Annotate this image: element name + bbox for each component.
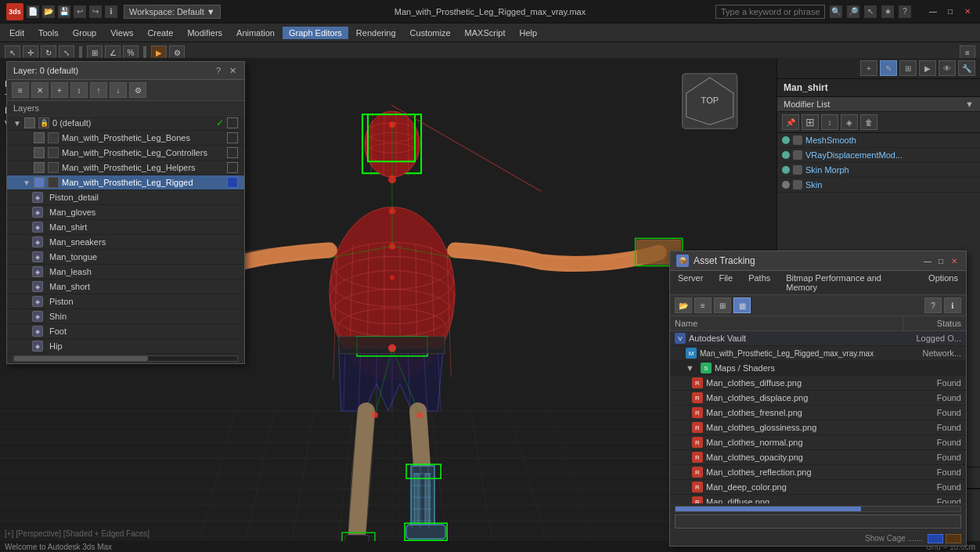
- layer-row-man-tongue[interactable]: ◈ Man_tongue: [7, 250, 244, 265]
- motion-tab-icon[interactable]: ▶: [919, 60, 936, 76]
- asset-tb-list-icon[interactable]: ≡: [694, 298, 712, 313]
- layer-tb-down-icon[interactable]: ↓: [110, 82, 127, 98]
- create-tab-icon[interactable]: +: [860, 60, 877, 76]
- layer-row-hip[interactable]: ◈ Hip: [7, 339, 244, 354]
- mod-eye-icon[interactable]: [793, 180, 802, 189]
- layer-row-man-sneakers[interactable]: ◈ Man_sneakers: [7, 235, 244, 250]
- menu-modifiers[interactable]: Modifiers: [181, 27, 229, 39]
- asset-row-clothes-glossiness[interactable]: R Man_clothes_glossiness.png Found: [670, 420, 966, 435]
- layer-lock-icon[interactable]: [48, 162, 59, 173]
- layer-row-man-short[interactable]: ◈ Man_short: [7, 280, 244, 294]
- close-btn[interactable]: ✕: [961, 6, 974, 17]
- menu-group[interactable]: Group: [67, 27, 103, 39]
- asset-tb-grid-icon[interactable]: ⊞: [714, 298, 731, 313]
- modifier-vray-displacement[interactable]: VRayDisplacementMod...: [777, 148, 980, 163]
- mod-eye-icon[interactable]: [793, 165, 802, 175]
- show-end-result[interactable]: ↕: [821, 114, 838, 130]
- mod-eye-icon[interactable]: [793, 150, 802, 160]
- help-search-icon[interactable]: 🔎: [847, 5, 859, 18]
- layer-row-default[interactable]: ▼ 🔒 0 (default) ✓: [7, 116, 244, 131]
- help-icon[interactable]: ?: [899, 5, 911, 18]
- asset-row-clothes-fresnel[interactable]: R Man_clothes_fresnel.png Found: [670, 406, 966, 420]
- make-unique[interactable]: ◈: [841, 114, 858, 130]
- config-icon[interactable]: ⊞: [802, 114, 819, 130]
- menu-help[interactable]: Help: [513, 27, 544, 39]
- layer-lock-icon[interactable]: [48, 132, 59, 143]
- layer-tb-delete-icon[interactable]: ✕: [31, 82, 49, 98]
- menu-maxscript[interactable]: MAXScript: [459, 27, 512, 39]
- layer-vis-icon[interactable]: [34, 177, 45, 188]
- menu-create[interactable]: Create: [141, 27, 179, 39]
- asset-row-clothes-opacity[interactable]: R Man_clothes_opacity.png Found: [670, 450, 966, 465]
- asset-row-clothes-diffuse[interactable]: R Man_clothes_diffuse.png Found: [670, 376, 966, 391]
- asset-minimize-btn[interactable]: —: [922, 255, 933, 266]
- save-btn[interactable]: 💾: [58, 5, 70, 18]
- asset-menu-paths[interactable]: Paths: [740, 271, 778, 294]
- info-btn[interactable]: ℹ: [105, 5, 117, 18]
- asset-menu-server[interactable]: Server: [670, 271, 711, 294]
- layer-vis-icon[interactable]: [34, 132, 45, 143]
- menu-edit[interactable]: Edit: [3, 27, 31, 39]
- layer-row-man-gloves[interactable]: ◈ Man_gloves: [7, 205, 244, 220]
- asset-panel-title-bar[interactable]: 📦 Asset Tracking — □ ✕: [670, 251, 966, 271]
- asset-row-maps-section[interactable]: ▼ S Maps / Shaders: [670, 361, 966, 376]
- utilities-tab-icon[interactable]: 🔧: [958, 60, 975, 76]
- asset-tb-help-icon[interactable]: ?: [924, 298, 942, 313]
- layer-help-btn[interactable]: ?: [213, 65, 224, 76]
- favorites-icon[interactable]: ★: [881, 5, 894, 18]
- asset-row-diffuse[interactable]: R Man_diffuse.png Found: [670, 495, 966, 503]
- layer-tb-layers-icon[interactable]: ≡: [12, 82, 29, 98]
- asset-menu-bitmap[interactable]: Bitmap Performance and Memory: [778, 271, 921, 294]
- asset-menu-options[interactable]: Options: [921, 271, 966, 294]
- undo-btn[interactable]: ↩: [74, 5, 86, 18]
- mod-eye-icon[interactable]: [793, 135, 802, 145]
- layer-tb-move-icon[interactable]: ↕: [70, 82, 88, 98]
- menu-rendering[interactable]: Rendering: [350, 27, 402, 39]
- modifier-skin-morph[interactable]: Skin Morph: [777, 163, 980, 178]
- menu-tools[interactable]: Tools: [32, 27, 65, 39]
- redo-btn[interactable]: ↪: [89, 5, 102, 18]
- search-icon[interactable]: 🔍: [830, 5, 842, 18]
- hierarchy-tab-icon[interactable]: ⊞: [899, 60, 917, 76]
- layer-tb-settings-icon[interactable]: ⚙: [129, 82, 146, 98]
- layer-row-bones[interactable]: Man_with_Prosthetic_Leg_Bones: [7, 131, 244, 146]
- minimize-btn[interactable]: —: [927, 6, 939, 17]
- pin-stack-icon[interactable]: 📌: [782, 114, 799, 130]
- layer-lock-icon[interactable]: 🔒: [38, 117, 49, 128]
- layer-lock-icon[interactable]: [48, 177, 59, 188]
- asset-row-clothes-reflection[interactable]: R Man_clothes_reflection.png Found: [670, 465, 966, 480]
- asset-row-max-file[interactable]: M Man_with_Prosthetic_Leg_Rigged_max_vra…: [670, 346, 966, 361]
- layer-lock-icon[interactable]: [48, 147, 59, 158]
- menu-customize[interactable]: Customize: [404, 27, 457, 39]
- layer-vis-icon[interactable]: [34, 147, 45, 158]
- asset-tb-table-icon[interactable]: ▦: [733, 298, 751, 313]
- layer-row-man-leash[interactable]: ◈ Man_leash: [7, 265, 244, 280]
- layer-row-piston-detail[interactable]: ◈ Piston_detail: [7, 190, 244, 205]
- layer-row-rigged[interactable]: ▼ Man_with_Prosthetic_Leg_Rigged: [7, 175, 244, 190]
- asset-row-deep-color[interactable]: R Man_deep_color.png Found: [670, 480, 966, 495]
- workspace-selector[interactable]: Workspace: Default ▼: [124, 5, 221, 19]
- layer-scrollbar[interactable]: [13, 355, 238, 362]
- layer-close-btn[interactable]: ✕: [227, 65, 238, 76]
- layer-row-controllers[interactable]: Man_with_Prosthetic_Leg_Controllers: [7, 146, 244, 161]
- asset-row-vault[interactable]: V Autodesk Vault Logged O...: [670, 331, 966, 346]
- modifier-skin[interactable]: Skin: [777, 178, 980, 193]
- layer-row-helpers[interactable]: Man_with_Prosthetic_Leg_Helpers: [7, 161, 244, 175]
- asset-row-clothes-normal[interactable]: R Man_clothes_normal.png Found: [670, 435, 966, 450]
- modify-tab-icon[interactable]: ✎: [880, 60, 897, 76]
- modifier-meshsmooth[interactable]: MeshSmooth: [777, 133, 980, 148]
- asset-row-clothes-displace[interactable]: R Man_clothes_displace.png Found: [670, 391, 966, 406]
- layer-row-piston[interactable]: ◈ Piston: [7, 294, 244, 309]
- open-btn[interactable]: 📂: [42, 5, 55, 18]
- cage-btn-2[interactable]: [946, 534, 961, 543]
- layer-vis-icon[interactable]: [24, 117, 35, 128]
- layer-vis-icon[interactable]: [34, 162, 45, 173]
- search-input[interactable]: [715, 5, 825, 19]
- maximize-btn[interactable]: □: [944, 6, 957, 17]
- layer-tb-add-icon[interactable]: +: [51, 82, 68, 98]
- menu-views[interactable]: Views: [104, 27, 139, 39]
- menu-animation[interactable]: Animation: [230, 27, 281, 39]
- layer-row-man-shirt[interactable]: ◈ Man_shirt: [7, 220, 244, 235]
- layer-tb-up-icon[interactable]: ↑: [90, 82, 107, 98]
- asset-close-btn[interactable]: ✕: [949, 255, 960, 266]
